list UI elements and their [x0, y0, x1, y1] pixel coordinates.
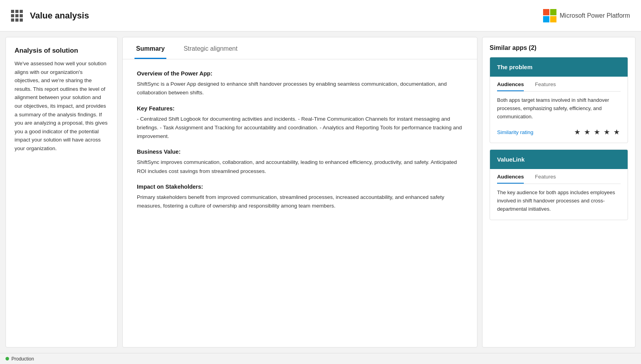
tab-strategic-alignment[interactable]: Strategic alignment	[182, 45, 239, 59]
mini-tab-features-0[interactable]: Features	[535, 81, 556, 91]
app-card-header-0: The problem	[490, 57, 628, 77]
section-body-1: - Centralized Shift Logbook for document…	[137, 115, 463, 141]
section-heading-2: Business Value:	[137, 149, 463, 155]
tab-summary[interactable]: Summary	[134, 45, 166, 59]
main-content: Analysis of solution We've assessed how …	[0, 31, 641, 353]
app-card-body-1: Audiences Features The key audience for …	[490, 169, 628, 219]
nav-left: Value analysis	[11, 10, 89, 22]
app-card-audiences-text-0: Both apps target teams involved in shift…	[497, 96, 621, 121]
similarity-label-0: Similarity rating	[497, 129, 533, 135]
ms-squares-icon	[543, 9, 556, 22]
similarity-row-0: Similarity rating ★ ★ ★ ★ ★	[497, 125, 621, 136]
status-text: Production	[11, 356, 34, 362]
app-card-header-1: ValueLink	[490, 150, 628, 169]
ms-logo: Microsoft Power Platform	[543, 9, 630, 22]
nav-right: Microsoft Power Platform	[543, 9, 630, 22]
mini-tab-audiences-1[interactable]: Audiences	[497, 174, 524, 184]
section-heading-1: Key Features:	[137, 105, 463, 112]
right-panel: Similar apps (2) The problem Audiences F…	[482, 37, 635, 347]
mini-tab-bar-1: Audiences Features	[497, 174, 621, 184]
tab-bar: Summary Strategic alignment	[123, 37, 477, 59]
mini-tab-audiences-0[interactable]: Audiences	[497, 81, 524, 91]
app-title: Value analysis	[30, 11, 89, 21]
center-panel: Summary Strategic alignment Overview of …	[122, 37, 477, 347]
section-heading-3: Impact on Stakeholders:	[137, 184, 463, 190]
app-card-audiences-text-1: The key audience for both apps includes …	[497, 189, 621, 213]
right-panel-title: Similar apps (2)	[490, 44, 628, 51]
app-card-body-0: Audiences Features Both apps target team…	[490, 77, 628, 143]
left-panel: Analysis of solution We've assessed how …	[6, 37, 118, 347]
left-panel-title: Analysis of solution	[15, 47, 109, 55]
status-dot	[6, 357, 9, 360]
similar-app-card-0: The problem Audiences Features Both apps…	[490, 57, 628, 143]
status-bar: Production	[0, 353, 641, 364]
top-nav: Value analysis Microsoft Power Platform	[0, 0, 641, 31]
similar-app-card-1: ValueLink Audiences Features The key aud…	[490, 149, 628, 220]
mini-tab-bar-0: Audiences Features	[497, 81, 621, 92]
left-panel-body: We've assessed how well your solution al…	[15, 59, 109, 153]
section-body-3: Primary stakeholders benefit from improv…	[137, 193, 463, 211]
mini-tab-features-1[interactable]: Features	[535, 174, 556, 184]
section-body-0: ShiftSync is a Power App designed to enh…	[137, 80, 463, 97]
section-heading-0: Overview of the Power App:	[137, 70, 463, 77]
stars-0: ★ ★ ★ ★ ★	[574, 128, 621, 136]
section-body-2: ShiftSync improves communication, collab…	[137, 158, 463, 176]
ms-platform-label: Microsoft Power Platform	[560, 12, 630, 19]
center-content: Overview of the Power App: ShiftSync is …	[123, 59, 477, 347]
grid-icon[interactable]	[11, 10, 23, 22]
